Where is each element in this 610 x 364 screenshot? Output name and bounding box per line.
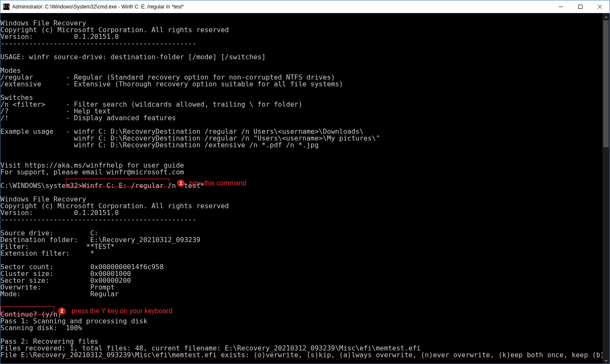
scroll-thumb[interactable] <box>603 20 609 147</box>
annotation-badge-1: 1 <box>177 179 185 187</box>
svg-rect-1 <box>579 5 582 8</box>
term-line <box>0 61 602 67</box>
term-line <box>0 189 602 196</box>
term-line: Extension filter: * <box>0 250 602 257</box>
maximize-button[interactable] <box>571 0 590 13</box>
term-line <box>0 88 602 94</box>
term-line <box>0 298 602 304</box>
svg-marker-5 <box>604 360 608 362</box>
minimize-icon <box>559 5 563 9</box>
term-line: ----------------------------------------… <box>0 216 602 223</box>
window-title: Administrator: C:\Windows\System32\cmd.e… <box>12 4 184 10</box>
term-line: /! - Display advanced features <box>0 115 602 121</box>
close-icon <box>598 5 602 9</box>
term-line: USAGE: winfr source-drive: destination-f… <box>0 54 602 61</box>
chevron-down-icon <box>604 359 608 363</box>
scroll-down-button[interactable] <box>602 357 610 364</box>
close-button[interactable] <box>590 0 610 13</box>
window-titlebar: C:\ Administrator: C:\Windows\System32\c… <box>0 0 610 13</box>
vertical-scrollbar[interactable] <box>602 13 610 364</box>
term-line: /extensive - Extensive (Thorough recover… <box>0 81 602 88</box>
term-line: winfr C: D:\RecoveryDestination /extensi… <box>0 142 602 149</box>
annotation-badge-2: 2 <box>58 307 66 315</box>
prompt-text: C:\WINDOWS\system32> <box>0 182 82 190</box>
terminal-container: Windows File RecoveryCopyright (c) Micro… <box>0 13 610 364</box>
term-line: Scanning disk: 100% <box>0 325 602 331</box>
term-line <box>0 13 602 20</box>
term-line: For support, please email winfr@microsof… <box>0 169 602 176</box>
term-line: File E:\Recovery_20210312_093239\Misc\ef… <box>0 352 602 358</box>
annotation-text-1: type this command <box>189 180 246 187</box>
term-line-prompt: C:\WINDOWS\system32>Winfr C: E: /regular… <box>0 182 602 189</box>
term-line: Mode: Regular <box>0 291 602 298</box>
annotation-text-2: press the Y key on your keyboard <box>72 308 172 314</box>
maximize-icon <box>578 5 582 9</box>
term-line: ----------------------------------------… <box>0 40 602 47</box>
svg-marker-4 <box>604 16 608 18</box>
typed-command: Winfr C: E: /regular /n *test* <box>82 182 205 190</box>
term-line: Pass 1: Scanning and processing disk <box>0 318 602 325</box>
scroll-up-button[interactable] <box>602 13 610 20</box>
minimize-button[interactable] <box>551 0 571 13</box>
term-line <box>0 149 602 155</box>
chevron-up-icon <box>604 15 608 19</box>
cmd-icon: C:\ <box>3 3 10 10</box>
